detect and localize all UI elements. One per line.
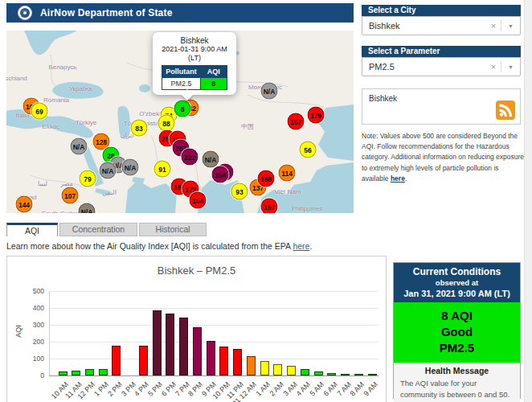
- popup-city: Bishkek: [153, 36, 236, 45]
- chart-bar[interactable]: [327, 373, 336, 375]
- app-header: AirNow Department of State: [6, 3, 354, 23]
- chart-bar[interactable]: [72, 371, 80, 375]
- note-text: Note: Values above 500 are considered Be…: [362, 132, 524, 183]
- tab-aqi[interactable]: AQI: [6, 223, 58, 236]
- cc-aqi-category: Good: [394, 324, 520, 340]
- aqi-marker[interactable]: 179: [308, 107, 325, 124]
- aqi-marker[interactable]: 157: [288, 113, 305, 130]
- chart-bar[interactable]: [301, 369, 309, 375]
- current-conditions-header: Current Conditions observed at Jan 31, 2…: [394, 263, 520, 302]
- cc-health-title: Health Message: [400, 366, 514, 375]
- chart-bar[interactable]: [59, 371, 68, 375]
- aqi-marker[interactable]: 222: [182, 149, 198, 166]
- state-department-seal-icon: [18, 6, 32, 20]
- parameter-select[interactable]: PM2.5 × ▼: [362, 57, 521, 76]
- map-label: ليبيا: [38, 180, 47, 187]
- map-label: South Sudan: [42, 210, 79, 214]
- chart-bar[interactable]: [287, 366, 296, 375]
- gridline: [49, 308, 379, 309]
- aqi-marker[interactable]: N/A: [203, 151, 219, 168]
- chart-bar[interactable]: [368, 374, 377, 375]
- aqi-marker[interactable]: 91: [154, 161, 171, 178]
- aqi-marker[interactable]: 254: [212, 166, 229, 183]
- page-scrollbar[interactable]: [524, 0, 532, 402]
- map-label: Việt Nam: [275, 188, 301, 195]
- rss-feed-box: Bishkek: [362, 88, 521, 125]
- aqi-marker[interactable]: 8: [174, 100, 191, 117]
- chart-bar[interactable]: [219, 347, 228, 375]
- map-label: Türkiye: [76, 119, 96, 126]
- gridline: [49, 325, 379, 326]
- chart-bar[interactable]: [233, 349, 242, 375]
- chart-bar[interactable]: [341, 374, 350, 375]
- popup-datetime: 2021-01-31 9:00 AM: [153, 45, 236, 54]
- aqi-marker[interactable]: 56: [300, 142, 317, 158]
- clear-icon[interactable]: ×: [486, 21, 501, 31]
- chart-bar[interactable]: [112, 346, 121, 375]
- cc-aqi-value: 8 AQI: [394, 308, 520, 324]
- chart-x-axis: [49, 375, 379, 376]
- aqi-marker[interactable]: 154: [190, 192, 207, 209]
- aqi-marker[interactable]: 114: [279, 165, 296, 182]
- cc-subtitle: observed at: [395, 278, 518, 287]
- cc-health-text: The AQI value for your community is betw…: [400, 378, 514, 402]
- chart-bar[interactable]: [260, 361, 269, 375]
- map-label: Україна: [69, 85, 92, 92]
- select-parameter-header: Select a Parameter: [362, 46, 521, 57]
- aqi-marker[interactable]: N/A: [100, 162, 117, 179]
- note-here-link[interactable]: here: [391, 174, 405, 183]
- chart-bar[interactable]: [354, 374, 363, 375]
- aqi-marker[interactable]: N/A: [261, 83, 278, 100]
- aqi-marker[interactable]: 69: [31, 103, 48, 120]
- rss-icon[interactable]: [496, 100, 515, 120]
- map-label: Ελλάς: [42, 123, 59, 130]
- map-label: مصر: [60, 180, 73, 187]
- chevron-down-icon[interactable]: ▼: [501, 64, 520, 70]
- map-label: 中国: [241, 122, 254, 131]
- current-conditions-panel: Current Conditions observed at Jan 31, 2…: [393, 262, 521, 399]
- app-title: AirNow Department of State: [40, 7, 173, 18]
- chart-bar[interactable]: [166, 314, 174, 375]
- aqi-marker[interactable]: 144: [16, 196, 33, 213]
- clear-icon[interactable]: ×: [486, 62, 501, 72]
- aqi-marker[interactable]: 168: [258, 170, 275, 187]
- tab-historical[interactable]: Historical: [139, 223, 207, 236]
- chart-bar[interactable]: [85, 369, 94, 375]
- aqi-bar-chart: Bishkek – PM2.5 AQI 0100200300400500 10 …: [6, 256, 387, 402]
- y-tick-label: 100: [20, 355, 44, 363]
- aqi-marker[interactable]: 83: [131, 120, 148, 137]
- aqi-marker[interactable]: 88: [158, 115, 175, 132]
- chart-bar[interactable]: [207, 341, 215, 375]
- learn-more-here-link[interactable]: here: [293, 241, 309, 251]
- chart-bar[interactable]: [193, 327, 202, 375]
- chart-bar[interactable]: [153, 310, 162, 375]
- chart-bar[interactable]: [273, 364, 282, 375]
- city-select[interactable]: Bishkek × ▼: [362, 16, 521, 35]
- tab-concentration[interactable]: Concentration: [59, 223, 137, 236]
- chart-bar[interactable]: [179, 318, 188, 375]
- aqi-marker[interactable]: 93: [231, 183, 248, 200]
- cc-datetime: Jan 31, 2021 9:00 AM (LT): [395, 289, 518, 298]
- popup-timezone: (LT): [153, 54, 236, 63]
- popup-pollutant-value: PM2.5: [162, 78, 201, 90]
- map-label: Philippines: [292, 205, 323, 212]
- aqi-world-map[interactable]: БеларусьschlandУкраїнаRomaniaItaliaΕλλάς…: [6, 31, 354, 213]
- aqi-marker[interactable]: N/A: [71, 138, 88, 155]
- learn-more-text: Learn more about how the Air Quality Ind…: [6, 241, 312, 251]
- map-label: اليمن: [102, 189, 117, 196]
- select-city-header: Select a City: [362, 5, 521, 16]
- popup-col-pollutant: Pollutant: [162, 66, 201, 78]
- chart-bar[interactable]: [314, 371, 323, 375]
- aqi-marker[interactable]: 157: [261, 199, 278, 214]
- aqi-marker[interactable]: 107: [62, 187, 79, 204]
- chevron-down-icon[interactable]: ▼: [501, 23, 520, 29]
- chart-bar[interactable]: [247, 356, 256, 375]
- aqi-marker[interactable]: 79: [80, 170, 96, 187]
- aqi-marker[interactable]: N/A: [122, 159, 139, 176]
- chart-bar[interactable]: [139, 346, 148, 375]
- y-tick-label: 300: [20, 321, 44, 329]
- popup-table: Pollutant AQI PM2.5 8: [162, 65, 227, 90]
- gridline: [49, 291, 379, 292]
- chart-bar[interactable]: [99, 369, 108, 375]
- airnow-page: AirNow Department of State: [0, 0, 532, 402]
